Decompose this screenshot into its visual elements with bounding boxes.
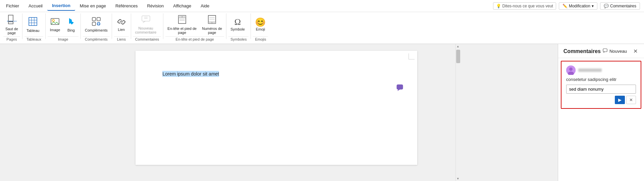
- svg-rect-10: [92, 17, 96, 21]
- bing-label: Bing: [67, 28, 75, 32]
- menu-item-references[interactable]: Références: [111, 1, 142, 10]
- tell-me-input[interactable]: 💡 Dites-nous ce que vous veut: [493, 2, 556, 10]
- svg-point-36: [569, 67, 573, 71]
- chat-icon: 💬: [604, 4, 609, 8]
- new-comment-icon: [141, 15, 151, 26]
- new-comment-small-icon: [603, 48, 608, 54]
- numeros-button[interactable]: 1 Numéros depage: [200, 13, 224, 36]
- nouveau-label: Nouveau: [609, 49, 627, 54]
- saut-de-page-label: Saut depage: [5, 27, 18, 35]
- comments-header: Commentaires Nouveau ✕: [558, 44, 644, 58]
- cancel-icon: ✕: [629, 97, 633, 102]
- liens-group-label: Liens: [114, 36, 129, 43]
- menu-item-accueil[interactable]: Accueil: [24, 1, 47, 10]
- commentaires-menu-button[interactable]: 💬 Commentaires: [600, 2, 640, 10]
- entete-button[interactable]: # En-tête et pied depage: [165, 13, 199, 36]
- document-area: Lorem ipsum dolor sit amet: [0, 44, 558, 181]
- ribbon-group-image: Image Bing Image: [46, 13, 81, 39]
- saut-de-page-button[interactable]: Saut depage: [3, 13, 20, 36]
- complements-button[interactable]: Compléments: [83, 13, 110, 36]
- comment-author-row: [566, 65, 636, 75]
- lien-label: Lien: [118, 28, 125, 32]
- svg-rect-12: [92, 22, 96, 26]
- svg-rect-0: [8, 15, 13, 21]
- reply-input-area: [566, 85, 636, 94]
- menu-item-mise-en-page[interactable]: Mise en page: [75, 1, 111, 10]
- image-button[interactable]: Image: [48, 13, 62, 36]
- svg-rect-2: [8, 22, 13, 24]
- menu-item-insertion[interactable]: Insertion: [47, 1, 75, 11]
- comments-panel: Commentaires Nouveau ✕: [558, 44, 644, 181]
- header-icon: #: [178, 15, 186, 26]
- reply-input[interactable]: [569, 87, 633, 92]
- menu-item-aide[interactable]: Aide: [196, 1, 214, 10]
- numeros-label: Numéros depage: [202, 27, 222, 35]
- pencil-icon: ✏️: [562, 4, 568, 8]
- commentaires-menu-label: Commentaires: [610, 4, 636, 8]
- author-name-blurred: [578, 69, 602, 72]
- scroll-thumb[interactable]: [456, 50, 460, 63]
- main-area: ▲ ▼ Lorem ipsum dolor sit amet C: [0, 44, 644, 181]
- document-page: Lorem ipsum dolor sit amet: [136, 51, 417, 165]
- ribbon-group-entete: # En-tête et pied depage 1: [163, 13, 226, 39]
- menu-item-fichier[interactable]: Fichier: [1, 1, 24, 10]
- ribbon-group-pages: Saut depage Pages: [1, 13, 22, 39]
- tableau-label: Tableau: [26, 29, 40, 33]
- nouveau-commentaire-label: Nouveaucommentaire: [135, 26, 157, 34]
- svg-rect-3: [29, 17, 37, 26]
- cancel-reply-button[interactable]: ✕: [626, 96, 636, 104]
- scroll-down-arrow[interactable]: ▼: [456, 176, 460, 181]
- image-label: Image: [50, 28, 60, 32]
- emojis-group-label: Emojis: [253, 36, 268, 43]
- emoji-button[interactable]: 😊 Emoji: [253, 13, 268, 36]
- ribbon-group-commentaires: Nouveaucommentaire Commentaires: [131, 13, 164, 39]
- page-break-icon: [7, 14, 16, 26]
- nouveau-commentaire-button[interactable]: Nouveaucommentaire: [133, 13, 159, 36]
- svg-marker-34: [603, 52, 605, 53]
- svg-rect-11: [97, 17, 100, 21]
- ribbon-group-complements: Compléments Compléments: [81, 13, 112, 39]
- menu-bar: Fichier Accueil Insertion Mise en page R…: [0, 0, 644, 12]
- menu-item-revision[interactable]: Révision: [142, 1, 168, 10]
- svg-rect-33: [603, 49, 607, 52]
- symbole-button[interactable]: Ω Symbole: [228, 13, 247, 36]
- comments-header-actions: Nouveau ✕: [601, 47, 639, 55]
- svg-marker-32: [397, 89, 400, 91]
- symbole-icon: Ω: [234, 18, 241, 27]
- tableau-button[interactable]: Tableau: [24, 13, 42, 36]
- scroll-up-arrow[interactable]: ▲: [456, 44, 460, 49]
- complements-icon: [92, 17, 101, 28]
- complements-group-label: Compléments: [83, 36, 110, 43]
- comment-preview-text: consetetur sadipscing elitr: [566, 77, 636, 82]
- nouveau-button[interactable]: Nouveau: [601, 47, 629, 55]
- svg-point-9: [52, 19, 54, 21]
- page-number-icon: 1: [208, 15, 216, 26]
- lien-button[interactable]: Lien: [114, 13, 129, 36]
- svg-text:#: #: [181, 15, 182, 17]
- author-info: [578, 69, 602, 72]
- bing-button[interactable]: Bing: [64, 13, 78, 36]
- symboles-group-label: Symboles: [228, 36, 249, 43]
- comments-panel-title: Commentaires: [564, 48, 601, 54]
- symbole-label: Symbole: [230, 27, 245, 31]
- close-comments-panel-button[interactable]: ✕: [632, 47, 639, 55]
- ribbon-group-symboles: Ω Symbole Symboles: [226, 13, 251, 39]
- modification-button[interactable]: ✏️ Modification ▾: [559, 2, 597, 10]
- selected-text: Lorem ipsum dolor sit amet: [162, 71, 219, 77]
- entete-group-label: En-tête et pied de page: [165, 36, 224, 43]
- modification-label: Modification: [569, 4, 590, 8]
- ribbon-group-liens: Lien Liens: [112, 13, 131, 39]
- svg-marker-18: [143, 21, 146, 23]
- chevron-down-icon: ▾: [592, 4, 594, 8]
- lightbulb-icon: 💡: [496, 4, 501, 8]
- ribbon-group-tableaux: Tableau Tableaux: [22, 13, 46, 39]
- image-icon: [51, 17, 59, 27]
- send-reply-button[interactable]: ▶: [615, 96, 625, 104]
- complements-label: Compléments: [85, 28, 108, 32]
- emoji-label: Emoji: [256, 27, 265, 31]
- pages-group-label: Pages: [3, 36, 20, 43]
- ribbon-group-emojis: 😊 Emoji Emojis: [251, 13, 270, 39]
- comment-bubble[interactable]: [396, 84, 404, 93]
- menu-item-affichage[interactable]: Affichage: [168, 1, 196, 10]
- tell-me-text: Dites-nous ce que vous veut: [502, 4, 553, 8]
